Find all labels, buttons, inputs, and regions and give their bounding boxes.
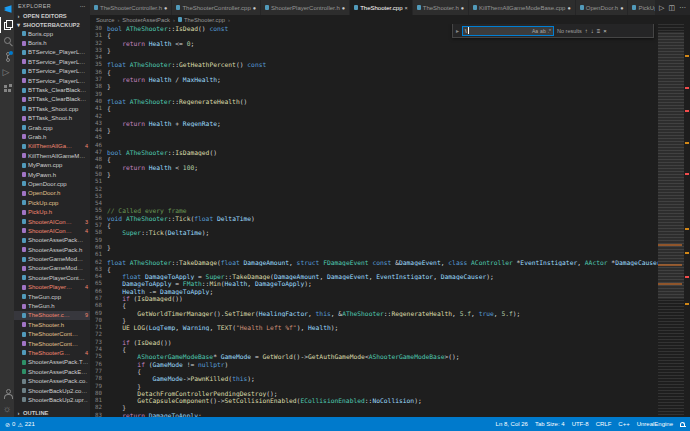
code-line[interactable]: 41{ bbox=[90, 105, 658, 112]
code-line[interactable]: 38} bbox=[90, 83, 658, 90]
code-line[interactable]: 61 bbox=[90, 251, 658, 258]
file-item[interactable]: ShooterGameMod… bbox=[14, 254, 90, 263]
modified-dot-icon[interactable]: ● bbox=[567, 5, 570, 11]
file-item[interactable]: PickUp.cpp bbox=[14, 198, 90, 207]
code-line[interactable]: 51 bbox=[90, 178, 658, 185]
code-line[interactable]: 60} bbox=[90, 244, 658, 251]
tab[interactable]: KillThemAllGameModeBase.cpp● bbox=[469, 0, 576, 15]
activity-source-control-icon[interactable] bbox=[0, 49, 14, 65]
code-line[interactable]: 82 } bbox=[90, 404, 658, 411]
file-item[interactable]: KillThemAllGameM… bbox=[14, 151, 90, 160]
code-line[interactable]: 69 GetWorldTimerManager().SetTimer(Heali… bbox=[90, 310, 658, 317]
code-line[interactable]: 83 return DamageToApply; bbox=[90, 412, 658, 417]
breadcrumb-item-file[interactable]: TheShooter.cpp bbox=[178, 17, 225, 23]
find-previous-icon[interactable]: ↑ bbox=[585, 28, 588, 34]
regex-icon[interactable]: .* bbox=[548, 28, 551, 34]
modified-dot-icon[interactable]: ● bbox=[253, 5, 256, 11]
code-line[interactable]: 68 { bbox=[90, 302, 658, 309]
file-item[interactable]: MyPawn.h bbox=[14, 170, 90, 179]
file-item[interactable]: ShooterBackUp2.co… bbox=[14, 386, 90, 395]
code-line[interactable]: 40float ATheShooter::RegenerateHealth() bbox=[90, 98, 658, 105]
code-line[interactable]: 57{ bbox=[90, 222, 658, 229]
file-item[interactable]: TheShooterCont… bbox=[14, 330, 90, 339]
minimap[interactable] bbox=[658, 24, 684, 417]
file-item[interactable]: OpenDoor.h bbox=[14, 189, 90, 198]
split-editor-icon[interactable]: ◫ bbox=[668, 4, 675, 12]
close-tab-icon[interactable]: × bbox=[405, 5, 408, 11]
code-line[interactable]: 39 bbox=[90, 91, 658, 98]
file-item[interactable]: ShooterGameMod… bbox=[14, 264, 90, 273]
tab[interactable]: PickUp.cpp● bbox=[628, 0, 655, 15]
code-line[interactable]: 46 bbox=[90, 142, 658, 149]
find-input[interactable]: \ Aa ab .* bbox=[462, 26, 554, 36]
code-line[interactable]: 74 { bbox=[90, 346, 658, 353]
code-line[interactable]: 32 return Health <= 0; bbox=[90, 40, 658, 47]
code-line[interactable]: 70 } bbox=[90, 317, 658, 324]
code-line[interactable]: 49 return Health < 100; bbox=[90, 164, 658, 171]
modified-dot-icon[interactable]: ● bbox=[164, 5, 167, 11]
code-line[interactable]: 35float ATheShooter::GetHeathPercent() c… bbox=[90, 61, 658, 68]
whole-word-icon[interactable]: ab bbox=[540, 28, 546, 34]
file-item[interactable]: ShooterAssetPackE… bbox=[14, 367, 90, 376]
activity-menu-icon[interactable] bbox=[0, 1, 14, 17]
code-line[interactable]: 71 UE_LOG(LogTemp, Warning, TEXT("Health… bbox=[90, 324, 658, 331]
modified-dot-icon[interactable]: ● bbox=[461, 5, 464, 11]
file-item[interactable]: ShooterPlayer…4 bbox=[14, 283, 90, 292]
activity-run-debug-icon[interactable] bbox=[0, 65, 14, 81]
code-line[interactable]: 80 DetachFromControllerPendingDestroy(); bbox=[90, 390, 658, 397]
code-line[interactable]: 76 if (GameMode != nullptr) bbox=[90, 361, 658, 368]
code-line[interactable]: 48{ bbox=[90, 156, 658, 163]
file-item[interactable]: OpenDoor.cpp bbox=[14, 179, 90, 188]
code-line[interactable]: 63{ bbox=[90, 266, 658, 273]
file-item[interactable]: PickUp.h bbox=[14, 207, 90, 216]
file-item[interactable]: ShooterAICon…3 bbox=[14, 217, 90, 226]
overview-ruler[interactable] bbox=[684, 24, 690, 417]
status-item[interactable]: CRLF bbox=[596, 421, 612, 427]
file-item[interactable]: TheShooter.c…9 bbox=[14, 311, 90, 320]
file-item[interactable]: MyPawn.cpp bbox=[14, 160, 90, 169]
file-item[interactable]: BTTask_ClearBlack… bbox=[14, 85, 90, 94]
status-item[interactable]: UTF-8 bbox=[572, 421, 589, 427]
code-line[interactable]: 59 bbox=[90, 237, 658, 244]
file-item[interactable]: TheGun.h bbox=[14, 301, 90, 310]
code-line[interactable]: 75 AShooterGameModeBase* GameMode = GetW… bbox=[90, 353, 658, 360]
folder-section[interactable]: ▾ SHOOTERBACKUP2 bbox=[14, 20, 90, 29]
match-case-icon[interactable]: Aa bbox=[532, 28, 538, 34]
file-item[interactable]: TheGun.cpp bbox=[14, 292, 90, 301]
code-line[interactable]: 81 GetCapsuleComponent()->SetCollisionEn… bbox=[90, 397, 658, 404]
status-item[interactable]: C++ bbox=[618, 421, 629, 427]
file-item[interactable]: Boris.h bbox=[14, 38, 90, 47]
problems-indicator[interactable]: ⊘ 0 ⚠ 221 bbox=[5, 421, 35, 428]
code-line[interactable]: 79 } bbox=[90, 383, 658, 390]
file-item[interactable]: BTService_PlayerL… bbox=[14, 76, 90, 85]
code-line[interactable]: 62float ATheShooter::TakeDamage(float Da… bbox=[90, 259, 658, 266]
close-find-icon[interactable]: × bbox=[603, 28, 607, 34]
code-line[interactable]: 56void ATheShooter::Tick(float DeltaTime… bbox=[90, 215, 658, 222]
code-line[interactable]: 47bool ATheShooter::IsDamaged() bbox=[90, 149, 658, 156]
find-in-selection-icon[interactable]: ≡ bbox=[597, 28, 601, 34]
code-line[interactable]: 65 DamageToApply = FMath::Min(Health, Da… bbox=[90, 280, 658, 287]
code-line[interactable]: 37 return Health / MaxHealth; bbox=[90, 76, 658, 83]
file-item[interactable]: ShooterBackUp2.upr… bbox=[14, 395, 90, 404]
status-item[interactable]: Tab Size: 4 bbox=[535, 421, 565, 427]
file-item[interactable]: ShooterAICon…4 bbox=[14, 226, 90, 235]
more-actions-icon[interactable]: ⋯ bbox=[679, 4, 686, 12]
tab[interactable]: TheShooterController.h● bbox=[90, 0, 172, 15]
code-line[interactable]: 42 bbox=[90, 113, 658, 120]
code-line[interactable]: 36{ bbox=[90, 69, 658, 76]
code-line[interactable]: 55// Called every frame bbox=[90, 207, 658, 214]
tab[interactable]: ShooterPlayerController.h● bbox=[261, 0, 350, 15]
file-item[interactable]: TheShooterG…4 bbox=[14, 348, 90, 357]
code-line[interactable]: 43 return Health + RegenRate; bbox=[90, 120, 658, 127]
modified-dot-icon[interactable]: ● bbox=[342, 5, 345, 11]
activity-extensions-icon[interactable] bbox=[0, 81, 14, 97]
file-item[interactable]: BTTask_Shoot.cpp bbox=[14, 104, 90, 113]
file-item[interactable]: BTTask_ClearBlack… bbox=[14, 95, 90, 104]
code-line[interactable]: 58 Super::Tick(DeltaTime); bbox=[90, 229, 658, 236]
run-button-icon[interactable]: ▷ bbox=[659, 4, 664, 12]
tab[interactable]: TheShooter.h● bbox=[413, 0, 469, 15]
activity-settings-icon[interactable] bbox=[0, 401, 14, 417]
outline-section[interactable]: › OUTLINE bbox=[14, 408, 90, 417]
modified-dot-icon[interactable]: ● bbox=[620, 5, 623, 11]
code-line[interactable]: 33} bbox=[90, 47, 658, 54]
